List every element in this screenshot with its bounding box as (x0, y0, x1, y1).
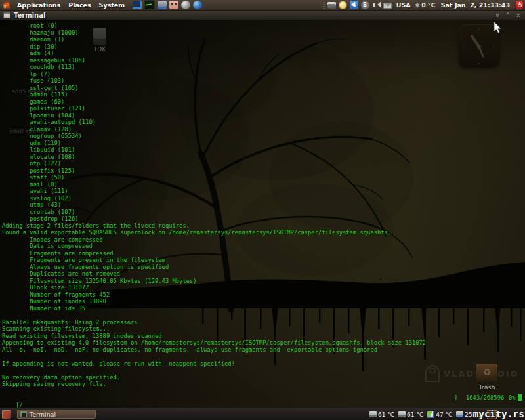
menu-applications[interactable]: Applications (13, 1, 64, 9)
terminal-line: If appending is not wanted, please re-ru… (2, 360, 525, 368)
snow-icon: ❄ (415, 2, 421, 9)
hdd-sensor-icon (398, 411, 406, 417)
terminal-line: Read existing filesystem, 13889 inodes s… (2, 333, 525, 340)
weather-applet[interactable]: ❄ 0 °C (415, 1, 436, 9)
minimize-button[interactable]: v (496, 10, 499, 20)
top-panel: Applications Places System B USA ❄ 0 °C … (0, 0, 525, 10)
mail-icon[interactable] (383, 3, 392, 9)
terminal-output: root (0) hazmaju (1000) daemon (1) dip (… (2, 22, 525, 394)
terminal-line: Fragments are compressed (2, 250, 525, 257)
task-label: Terminal (30, 411, 56, 418)
terminal-task-icon (20, 411, 27, 417)
package-icon[interactable] (158, 1, 167, 9)
terminal-line: Appending to existing 4.0 filesystem on … (2, 339, 525, 346)
panel-clock[interactable]: Sat Jan 2, 21:33:43 (438, 1, 513, 9)
sensor-applet[interactable]: 61 °C (398, 411, 423, 418)
keyboard-layout-indicator[interactable]: USA (394, 1, 413, 9)
terminal-line: adm (4) (2, 50, 525, 57)
chat-face-icon[interactable] (169, 1, 178, 9)
terminal-line: Duplicates are not removed (2, 270, 525, 278)
terminal-line: lpadmin (104) (2, 112, 525, 119)
terminal-line: All -b, -noI, -noD, -noF, no-duplicates,… (2, 346, 525, 354)
window-titlebar[interactable]: Terminal v ^ x (0, 10, 525, 20)
terminal-line: Number of ids 35 (2, 305, 525, 312)
close-button[interactable]: x (516, 10, 520, 20)
terminal-line: avahi-autoipd (110) (2, 119, 525, 126)
menu-places[interactable]: Places (64, 1, 94, 9)
terminal-line (2, 388, 525, 395)
terminal-line: fuse (103) (2, 77, 525, 85)
terminal-line: couchdb (113) (2, 64, 525, 71)
terminal-line: clamav (128) (2, 126, 525, 133)
terminal-content[interactable]: root (0) hazmaju (1000) daemon (1) dip (… (0, 20, 525, 408)
printer-icon[interactable] (327, 2, 336, 9)
weather-temp: 0 °C (421, 1, 436, 9)
terminal-line: syslog (102) (2, 195, 525, 202)
terminal-line: ntp (127) (2, 160, 525, 167)
progress-spinner: [/ (16, 402, 23, 408)
cpu-sensor-icon (427, 411, 434, 418)
terminal-line: utmp (43) (2, 201, 525, 209)
terminal-line: hazmaju (1000) (2, 30, 525, 37)
terminal-line: ssl-cert (105) (2, 85, 525, 92)
sphere-icon[interactable] (181, 1, 190, 9)
clock-applet-icon[interactable] (339, 1, 347, 9)
shutdown-icon[interactable] (515, 1, 524, 9)
volume-icon[interactable] (372, 1, 381, 9)
taskbar-terminal-button[interactable]: Terminal (17, 410, 96, 419)
bluetooth-icon[interactable]: B (361, 1, 369, 9)
terminal-line: lp (7) (2, 71, 525, 78)
window-controls: v ^ x (496, 10, 522, 20)
terminal-line: Always_use_fragments option is specified (2, 264, 525, 271)
terminal-line: avahi (111) (2, 188, 525, 195)
terminal-line: admin (115) (2, 91, 525, 98)
menu-system[interactable]: System (95, 1, 129, 9)
terminal-line: Scanning existing filesystem... (2, 326, 525, 333)
terminal-line: Inodes are compressed (2, 236, 525, 243)
terminal-cursor (518, 394, 522, 401)
terminal-line (2, 312, 525, 319)
terminal-line: Found a valid exportable SQUASHFS superb… (2, 229, 525, 236)
terminal-line: Number of fragments 452 (2, 291, 525, 299)
terminal-line (2, 353, 525, 360)
show-desktop-icon[interactable] (2, 410, 11, 419)
panel-launchers (133, 0, 202, 10)
oscilloscope-icon[interactable] (144, 0, 155, 10)
terminal-line: Skipping saving recovery file. (2, 381, 525, 388)
mouse-cursor (494, 22, 502, 37)
terminal-line: mail (8) (2, 181, 525, 188)
terminal-line: nogroup (65534) (2, 133, 525, 140)
progress-line: [/ ] 1643/268596 0% (2, 394, 523, 402)
sensor-applet[interactable]: 61 °C (369, 411, 394, 418)
system-tray: B USA ❄ 0 °C Sat Jan 2, 21:33:43 (323, 1, 524, 9)
drive-sensor-icon (456, 411, 463, 417)
system-monitor-icon[interactable] (133, 1, 142, 9)
terminal-line: libuuid (101) (2, 146, 525, 154)
terminal-line: daemon (1) (2, 36, 525, 43)
terminal-line: gdm (119) (2, 140, 525, 147)
input-switcher-icon[interactable] (350, 1, 358, 9)
terminal-line: No recovery data option specified. (2, 374, 525, 381)
terminal-line: root (0) (2, 22, 525, 30)
terminal-line: postfix (125) (2, 167, 525, 175)
terminal-line: mlocate (108) (2, 154, 525, 161)
terminal-line: games (60) (2, 98, 525, 106)
hdd-sensor-icon (369, 411, 377, 417)
bottom-panel: Terminal 61 °C 61 °C 47 °C 25 °C (0, 408, 525, 420)
web-browser-icon[interactable] (193, 1, 202, 9)
terminal-line: crontab (107) (2, 209, 525, 216)
terminal-line (2, 367, 525, 374)
terminal-line: messagebus (106) (2, 57, 525, 64)
maximize-button[interactable]: ^ (506, 10, 509, 20)
sensor-applet[interactable]: 47 °C (427, 411, 452, 418)
terminal-line: Fragments are present in the filesystem (2, 257, 525, 264)
ubuntu-logo-icon[interactable] (3, 1, 10, 9)
terminal-line: polkituser (121) (2, 105, 525, 112)
window-title: Terminal (14, 12, 45, 19)
terminal-line: postdrop (126) (2, 215, 525, 222)
watermark: mycity.rs (472, 409, 524, 419)
applet-handle[interactable] (323, 2, 325, 9)
terminal-line: Block size 131072 (2, 284, 525, 291)
progress-count: 1643/268596 (466, 394, 504, 402)
terminal-window-icon (3, 12, 10, 18)
